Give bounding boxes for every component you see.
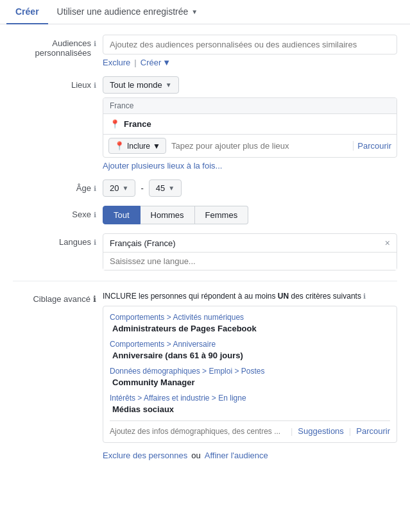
- pin-icon: 📍: [110, 119, 120, 129]
- location-input-row: 📍 Inclure ▼ Parcourir: [103, 134, 397, 157]
- lieux-info-icon[interactable]: ℹ: [94, 81, 96, 90]
- chevron-down-icon-age-max: ▼: [168, 185, 175, 192]
- ciblage-item-name-0: Administrateurs de Pages Facebook: [112, 324, 390, 333]
- sexe-femmes-button[interactable]: Femmes: [195, 206, 249, 224]
- separator: |: [134, 58, 136, 67]
- exclude-people-link[interactable]: Exclure des personnes: [103, 451, 187, 460]
- langues-box: Français (France) ×: [103, 233, 397, 270]
- langues-label: Langues ℹ: [13, 233, 103, 247]
- lieux-label: Lieux ℹ: [13, 76, 103, 90]
- ciblage-item-name-3: Médias sociaux: [112, 404, 390, 414]
- age-dash: -: [141, 183, 143, 193]
- ciblage-box: Comportements > Activités numériques Adm…: [103, 306, 397, 443]
- chevron-down-icon-small: ▼: [162, 58, 171, 67]
- audiences-info-icon[interactable]: ℹ: [94, 40, 96, 48]
- langue-close-icon[interactable]: ×: [385, 238, 390, 248]
- sexe-row: Sexe ℹ Tout Hommes Femmes: [13, 206, 397, 224]
- sexe-info-icon[interactable]: ℹ: [94, 211, 96, 219]
- world-dropdown[interactable]: Tout le monde ▼: [103, 76, 179, 94]
- ciblage-category-2[interactable]: Données démographiques > Emploi > Postes: [110, 367, 390, 376]
- chevron-down-icon-world: ▼: [166, 81, 172, 88]
- exclude-link[interactable]: Exclure: [103, 58, 130, 67]
- refine-audience-link[interactable]: Affiner l'audience: [205, 451, 268, 460]
- include-button[interactable]: 📍 Inclure ▼: [108, 138, 166, 154]
- langues-control: Français (France) ×: [103, 233, 397, 270]
- ciblage-add-links: | Suggestions | Parcourir: [291, 426, 390, 436]
- ciblage-title: INCLURE les personnes qui répondent à au…: [103, 292, 397, 301]
- langue-value: Français (France): [110, 238, 380, 248]
- audiences-label: Audiences personnalisées ℹ: [13, 35, 103, 58]
- age-info-icon[interactable]: ℹ: [94, 185, 96, 193]
- langue-search-input[interactable]: [103, 253, 397, 270]
- ciblage-item-name-2: Community Manager: [112, 378, 390, 387]
- age-row: Âge ℹ 20 ▼ - 45 ▼: [13, 179, 397, 197]
- age-min-dropdown[interactable]: 20 ▼: [103, 179, 135, 197]
- audience-actions: Exclure | Créer ▼: [103, 58, 397, 67]
- ciblage-row: Ciblage avancé ℹ INCLURE les personnes q…: [13, 292, 397, 443]
- chevron-down-icon-age-min: ▼: [122, 185, 128, 192]
- location-box: France 📍 France 📍 Inclure ▼ Parcourir: [103, 97, 397, 158]
- sexe-label: Sexe ℹ: [13, 206, 103, 219]
- location-item: 📍 France: [103, 114, 397, 134]
- age-max-dropdown[interactable]: 45 ▼: [149, 179, 182, 197]
- ciblage-item-0: Comportements > Activités numériques Adm…: [110, 313, 390, 333]
- ciblage-info-icon[interactable]: ℹ: [93, 294, 96, 304]
- ciblage-item-2: Données démographiques > Emploi > Postes…: [110, 367, 390, 387]
- location-search-input[interactable]: [166, 138, 353, 153]
- pin-icon-include: 📍: [114, 141, 124, 151]
- lieux-row: Lieux ℹ Tout le monde ▼ France 📍 France: [13, 76, 397, 170]
- langues-info-icon[interactable]: ℹ: [94, 238, 96, 247]
- langues-row: Langues ℹ Français (France) ×: [13, 233, 397, 270]
- lieux-control: Tout le monde ▼ France 📍 France 📍 Inclur…: [103, 76, 397, 170]
- or-text: ou: [191, 451, 200, 460]
- sexe-buttons: Tout Hommes Femmes: [103, 206, 397, 224]
- chevron-down-icon-include: ▼: [153, 142, 160, 151]
- location-header: France: [103, 98, 397, 114]
- add-multiple-link[interactable]: Ajouter plusieurs lieux à la fois...: [103, 161, 397, 170]
- ciblage-item-3: Intérêts > Affaires et industrie > En li…: [110, 394, 390, 414]
- ciblage-item-1: Comportements > Anniversaire Anniversair…: [110, 340, 390, 360]
- create-link[interactable]: Créer ▼: [141, 58, 171, 67]
- ciblage-content: INCLURE les personnes qui répondent à au…: [103, 292, 397, 443]
- tab-create[interactable]: Créer: [6, 0, 48, 24]
- bottom-links: Exclure des personnes ou Affiner l'audie…: [13, 451, 397, 460]
- audiences-control: Exclure | Créer ▼: [103, 35, 397, 67]
- age-label: Âge ℹ: [13, 179, 103, 193]
- parcourir-link[interactable]: Parcourir: [353, 141, 391, 151]
- ciblage-add-row: | Suggestions | Parcourir: [110, 420, 390, 436]
- tabs-bar: Créer Utiliser une audience enregistrée …: [0, 0, 410, 24]
- ciblage-item-name-1: Anniversaire (dans 61 à 90 jours): [112, 351, 390, 360]
- ciblage-add-input[interactable]: [110, 427, 291, 436]
- ciblage-category-0[interactable]: Comportements > Activités numériques: [110, 313, 390, 322]
- sexe-hommes-button[interactable]: Hommes: [141, 206, 195, 224]
- age-control: 20 ▼ - 45 ▼: [103, 179, 397, 197]
- ciblage-browse-link[interactable]: Parcourir: [356, 426, 390, 436]
- ciblage-suggestions-link[interactable]: Suggestions: [298, 426, 344, 436]
- ciblage-category-1[interactable]: Comportements > Anniversaire: [110, 340, 390, 349]
- ciblage-label: Ciblage avancé ℹ: [13, 292, 103, 304]
- ciblage-category-3[interactable]: Intérêts > Affaires et industrie > En li…: [110, 394, 390, 403]
- langue-tag: Français (France) ×: [103, 234, 397, 253]
- section-divider: [13, 281, 397, 281]
- age-inputs: 20 ▼ - 45 ▼: [103, 179, 397, 197]
- sexe-control: Tout Hommes Femmes: [103, 206, 397, 224]
- sexe-tout-button[interactable]: Tout: [103, 206, 141, 224]
- audiences-row: Audiences personnalisées ℹ Exclure | Cré…: [13, 35, 397, 67]
- tab-saved-audience[interactable]: Utiliser une audience enregistrée ▼: [48, 0, 207, 24]
- audiences-input[interactable]: [103, 35, 397, 54]
- chevron-down-icon: ▼: [191, 8, 198, 15]
- ciblage-title-info-icon[interactable]: ℹ: [363, 292, 366, 300]
